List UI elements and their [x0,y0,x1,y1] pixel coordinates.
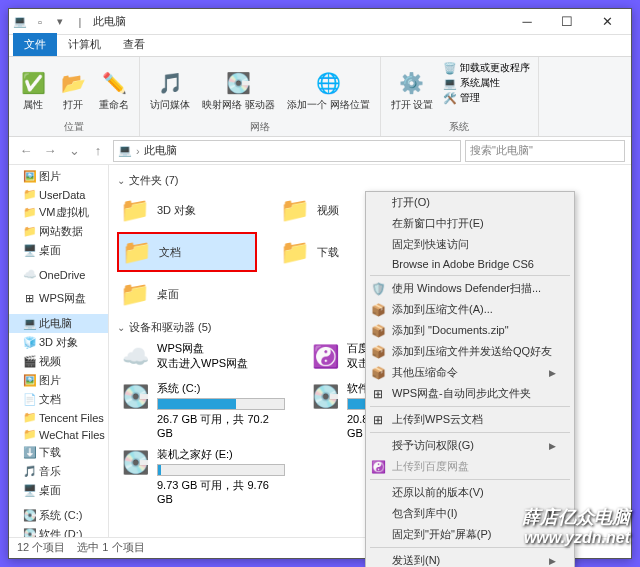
tree-item[interactable]: ⬇️下载 [9,443,108,462]
context-item-label: 使用 Windows Defender扫描... [392,281,541,296]
rename-button[interactable]: ✏️重命名 [95,59,133,119]
sysprops-icon: 💻 [443,77,457,90]
tree-item[interactable]: ⊞WPS网盘 [9,289,108,308]
context-item[interactable]: 还原以前的版本(V) [366,482,574,503]
context-item-icon: ☯️ [370,459,386,475]
search-input[interactable]: 搜索"此电脑" [465,140,625,162]
tab-computer[interactable]: 计算机 [57,33,112,56]
tree-item-label: 音乐 [39,464,61,479]
context-item-icon: ⊞ [370,386,386,402]
tree-item-label: 视频 [39,354,61,369]
tree-item[interactable]: 🎬视频 [9,352,108,371]
tree-item[interactable]: 🖥️桌面 [9,241,108,260]
tree-item[interactable]: 📁WeChat Files [9,426,108,443]
context-item[interactable]: Browse in Adobe Bridge CS6 [366,255,574,273]
folder-icon: 📁 [121,236,153,268]
tab-file[interactable]: 文件 [13,33,57,56]
context-item[interactable]: 发送到(N)▶ [366,550,574,567]
tree-item[interactable]: 📄文档 [9,390,108,409]
context-item-icon: ⊞ [370,412,386,428]
status-selection: 选中 1 个项目 [77,540,144,555]
drive-icon: ☁️ [119,341,151,373]
tree-item-icon: 🖼️ [23,170,36,183]
context-item[interactable]: 固定到"开始"屏幕(P) [366,524,574,545]
open-button[interactable]: 📂打开 [55,59,91,119]
address-bar: ← → ⌄ ↑ 💻 › 此电脑 搜索"此电脑" [9,137,631,165]
folder-icon: 📁 [279,236,311,268]
tree-item[interactable]: 🧊3D 对象 [9,333,108,352]
nav-up-button[interactable]: ↑ [87,140,109,162]
nav-back-button[interactable]: ← [15,140,37,162]
drive-sub: 9.73 GB 可用，共 9.76 GB [157,478,285,505]
open-settings-button[interactable]: ⚙️打开 设置 [387,59,438,119]
properties-button[interactable]: ✅属性 [15,59,51,119]
tree-item[interactable]: 📁Tencent Files [9,409,108,426]
context-item-label: 打开(O) [392,195,430,210]
minimize-button[interactable]: ─ [507,9,547,35]
context-item-label: 固定到"开始"屏幕(P) [392,527,491,542]
context-item[interactable]: 在新窗口中打开(E) [366,213,574,234]
tree-item-label: 下载 [39,445,61,460]
tree-item[interactable]: 💻此电脑 [9,314,108,333]
tree-item-label: UserData [39,189,85,201]
context-item[interactable]: ☯️上传到百度网盘 [366,456,574,477]
media-icon: 🎵 [156,69,184,97]
tree-item[interactable]: 🖼️图片 [9,167,108,186]
qat-undo-icon[interactable]: ▾ [53,15,67,29]
tree-item[interactable]: ☁️OneDrive [9,266,108,283]
nav-recent-button[interactable]: ⌄ [63,140,85,162]
tree-item[interactable]: 💽系统 (C:) [9,506,108,525]
access-media-button[interactable]: 🎵访问媒体 [146,59,194,119]
context-item[interactable]: 授予访问权限(G)▶ [366,435,574,456]
map-drive-button[interactable]: 💽映射网络 驱动器 [198,59,279,119]
tree-item-icon: 🎬 [23,355,36,368]
drive-item[interactable]: 💽系统 (C:)26.7 GB 可用，共 70.2 GB [117,379,287,441]
add-network-button[interactable]: 🌐添加一个 网络位置 [283,59,374,119]
sysprops-button[interactable]: 💻系统属性 [443,76,530,90]
context-item[interactable]: 🛡️使用 Windows Defender扫描... [366,278,574,299]
context-item-label: 上传到WPS云文档 [392,412,483,427]
uninstall-button[interactable]: 🗑️卸载或更改程序 [443,61,530,75]
breadcrumb[interactable]: 💻 › 此电脑 [113,140,461,162]
context-item[interactable]: ⊞上传到WPS云文档 [366,409,574,430]
manage-button[interactable]: 🛠️管理 [443,91,530,105]
section-folders[interactable]: 文件夹 (7) [117,173,623,188]
tree-item-icon: 🎵 [23,465,36,478]
context-item[interactable]: 📦添加到 "Documents.zip" [366,320,574,341]
tree-item-label: Tencent Files [39,412,104,424]
context-item-icon: 🛡️ [370,281,386,297]
context-item[interactable]: 📦其他压缩命令▶ [366,362,574,383]
folder-item[interactable]: 📁文档 [117,232,257,272]
tree-item[interactable]: 🖥️桌面 [9,481,108,500]
tree-item-icon: 🧊 [23,336,36,349]
tab-view[interactable]: 查看 [112,33,156,56]
tree-item-label: VM虚拟机 [39,205,89,220]
context-item[interactable]: 包含到库中(I)▶ [366,503,574,524]
folder-item[interactable]: 📁3D 对象 [117,192,257,228]
qat-save-icon[interactable]: ▫ [33,15,47,29]
tree-item[interactable]: 📁VM虚拟机 [9,203,108,222]
context-item[interactable]: ⊞WPS网盘-自动同步此文件夹 [366,383,574,404]
submenu-arrow-icon: ▶ [549,509,556,519]
tree-item[interactable]: 🎵音乐 [9,462,108,481]
close-button[interactable]: ✕ [587,9,627,35]
context-item[interactable]: 📦添加到压缩文件并发送给QQ好友 [366,341,574,362]
open-icon: 📂 [59,69,87,97]
app-icon: 💻 [13,15,27,29]
context-item[interactable]: 固定到快速访问 [366,234,574,255]
drive-item[interactable]: 💽装机之家好 (E:)9.73 GB 可用，共 9.76 GB [117,445,287,507]
tree-item[interactable]: 🖼️图片 [9,371,108,390]
tree-item[interactable]: 📁UserData [9,186,108,203]
nav-forward-button[interactable]: → [39,140,61,162]
context-item[interactable]: 📦添加到压缩文件(A)... [366,299,574,320]
context-item[interactable]: 打开(O) [366,192,574,213]
folder-item[interactable]: 📁桌面 [117,276,257,312]
drive-item[interactable]: ☁️WPS网盘双击进入WPS网盘 [117,339,287,375]
tree-item-label: 文档 [39,392,61,407]
settings-icon: ⚙️ [398,69,426,97]
tree-item-label: 系统 (C:) [39,508,82,523]
tree-item[interactable]: 💽软件 (D:) [9,525,108,537]
tree-item[interactable]: 📁网站数据 [9,222,108,241]
tree-item-label: OneDrive [39,269,85,281]
maximize-button[interactable]: ☐ [547,9,587,35]
